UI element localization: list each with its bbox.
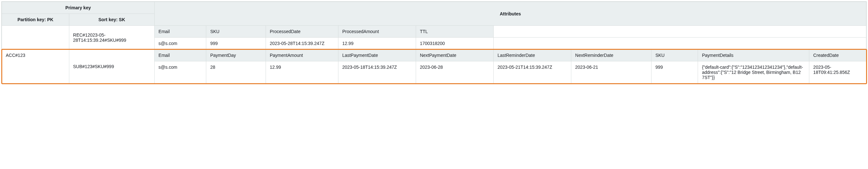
table-row: REC#12023-05-28T14:15:39.24#SKU#999 Emai… [2, 26, 866, 37]
header-row-group: Primary key Attributes [2, 2, 866, 14]
header-attributes: Attributes [155, 2, 866, 26]
empty-cell [494, 26, 866, 37]
attr-value[interactable]: 2023-05-21T14:15:39.247Z [494, 61, 571, 84]
attr-value[interactable]: 2023-05-18T14:15:39.247Z [338, 61, 416, 84]
attr-value[interactable]: 1700318200 [416, 37, 493, 50]
attr-value[interactable]: 999 [651, 61, 698, 84]
attr-value[interactable]: 12.99 [266, 61, 338, 84]
header-partition-key: Partition key: PK [2, 14, 69, 26]
attr-header: LastPaymentDate [338, 50, 416, 61]
attr-value[interactable]: 2023-06-21 [571, 61, 651, 84]
attr-header: ProcessedDate [266, 26, 338, 37]
attr-header: LastReminderDate [494, 50, 571, 61]
attr-header: Email [155, 26, 206, 37]
sk-cell[interactable]: SUB#123#SKU#999 [69, 50, 154, 84]
attr-header: Email [155, 50, 206, 61]
attr-header: PaymentDay [206, 50, 266, 61]
header-sort-key: Sort key: SK [69, 14, 154, 26]
attr-value[interactable]: 2023-06-28 [416, 61, 493, 84]
attr-value[interactable]: s@s.com [155, 37, 206, 50]
attr-value[interactable]: {"default-card":{"S":"1234123412341234"}… [698, 61, 809, 84]
attr-header: SKU [651, 50, 698, 61]
sk-cell[interactable]: REC#12023-05-28T14:15:39.24#SKU#999 [69, 26, 154, 50]
attr-header: PaymentAmount [266, 50, 338, 61]
dynamodb-table: Primary key Attributes Partition key: PK… [1, 1, 867, 84]
attr-header: CreatedDate [809, 50, 866, 61]
table-row: ACC#123 SUB#123#SKU#999 Email PaymentDay… [2, 50, 866, 61]
pk-cell[interactable] [2, 26, 69, 50]
attr-value[interactable]: 12.99 [338, 37, 416, 50]
table-wrapper: Primary key Attributes Partition key: PK… [1, 1, 867, 84]
attr-header: SKU [206, 26, 266, 37]
attr-value[interactable]: 999 [206, 37, 266, 50]
pk-cell[interactable]: ACC#123 [2, 50, 69, 84]
attr-value[interactable]: 2023-05-18T09:41:25.856Z [809, 61, 866, 84]
attr-header: ProcessedAmount [338, 26, 416, 37]
items-table: Primary key Attributes Partition key: PK… [2, 2, 866, 84]
attr-header: NextPaymentDate [416, 50, 493, 61]
attr-header: NextReminderDate [571, 50, 651, 61]
attr-value[interactable]: s@s.com [155, 61, 206, 84]
attr-value[interactable]: 2023-05-28T14:15:39.247Z [266, 37, 338, 50]
attr-header: PaymentDetails [698, 50, 809, 61]
header-primary-key: Primary key [2, 2, 155, 14]
attr-value[interactable]: 28 [206, 61, 266, 84]
empty-cell [494, 37, 866, 50]
attr-header: TTL [416, 26, 493, 37]
